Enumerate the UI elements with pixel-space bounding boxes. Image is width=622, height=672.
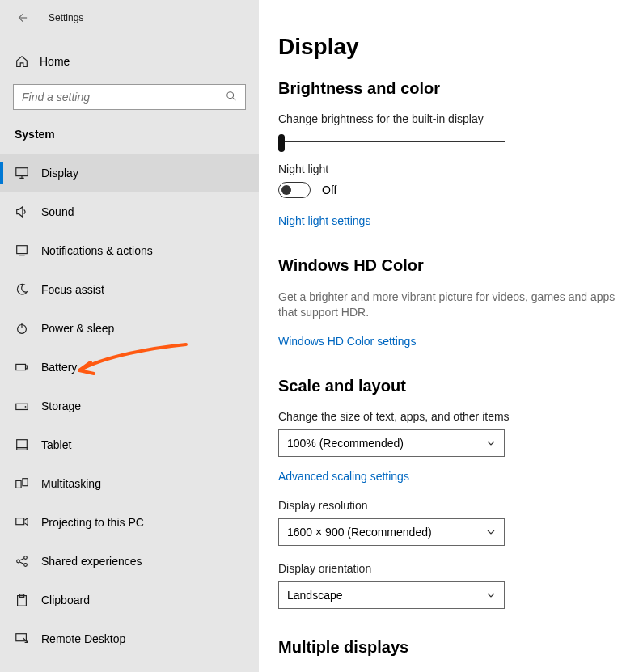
sidebar-item-storage[interactable]: Storage <box>0 387 259 425</box>
hd-settings-link[interactable]: Windows HD Color settings <box>278 335 416 348</box>
toggle-knob <box>281 185 291 195</box>
sidebar-item-tablet[interactable]: Tablet <box>0 425 259 464</box>
home-icon <box>14 54 30 69</box>
sidebar-item-label: Clipboard <box>41 594 90 606</box>
sidebar-item-label: Storage <box>41 399 81 412</box>
section-scale: Scale and layout <box>278 377 622 395</box>
sidebar-item-home[interactable]: Home <box>0 44 259 79</box>
header-row: Settings <box>0 6 259 29</box>
content-pane: Display Brightness and color Change brig… <box>259 0 622 672</box>
sidebar-section-label: System <box>0 110 259 146</box>
orientation-dropdown[interactable]: Landscape <box>278 581 505 609</box>
sidebar-item-label: Tablet <box>41 438 71 451</box>
search-icon <box>226 91 237 104</box>
sidebar-item-display[interactable]: Display <box>0 154 259 192</box>
svg-rect-2 <box>17 246 28 254</box>
chevron-down-icon <box>486 527 496 537</box>
page-title: Display <box>278 34 622 60</box>
svg-point-12 <box>17 560 20 563</box>
section-multiple-displays: Multiple displays <box>278 638 622 657</box>
power-icon <box>14 320 30 336</box>
share-icon <box>14 553 30 569</box>
chevron-down-icon <box>486 590 496 600</box>
orientation-value: Landscape <box>287 589 343 602</box>
multitask-icon <box>14 475 30 492</box>
svg-rect-9 <box>16 480 21 488</box>
remote-icon <box>14 631 30 647</box>
sidebar-item-notifications[interactable]: Notifications & actions <box>0 231 259 270</box>
monitor-icon <box>14 165 30 181</box>
svg-point-13 <box>24 556 28 560</box>
text-size-label: Change the size of text, apps, and other… <box>278 410 622 423</box>
resolution-dropdown[interactable]: 1600 × 900 (Recommended) <box>278 518 505 546</box>
section-brightness: Brightness and color <box>278 79 622 98</box>
sidebar-item-label: Display <box>41 167 78 180</box>
night-light-settings-link[interactable]: Night light settings <box>278 214 370 227</box>
night-light-toggle[interactable] <box>278 182 311 198</box>
search-input[interactable] <box>22 91 226 104</box>
sidebar-item-label: Battery <box>41 361 77 374</box>
text-size-value: 100% (Recommended) <box>287 437 404 450</box>
sidebar-item-label: Projecting to this PC <box>41 516 144 529</box>
bell-icon <box>14 243 30 259</box>
sidebar: Settings Home System DisplaySoundNotific… <box>0 0 259 672</box>
speaker-icon <box>14 204 30 220</box>
svg-rect-1 <box>16 168 28 176</box>
night-light-state: Off <box>322 184 336 197</box>
tablet-icon <box>14 437 30 453</box>
moon-icon <box>14 281 30 298</box>
sidebar-item-label: Power & sleep <box>41 322 114 335</box>
sidebar-item-label: Sound <box>41 205 74 218</box>
back-arrow-icon[interactable] <box>15 11 29 25</box>
text-size-dropdown[interactable]: 100% (Recommended) <box>278 429 505 457</box>
slider-thumb[interactable] <box>278 134 285 152</box>
clipboard-icon <box>14 592 30 608</box>
orientation-label: Display orientation <box>278 562 622 575</box>
sidebar-item-clipboard[interactable]: Clipboard <box>0 581 259 619</box>
sidebar-item-label: Notifications & actions <box>41 244 153 257</box>
drive-icon <box>14 398 30 414</box>
svg-rect-7 <box>17 440 28 448</box>
resolution-value: 1600 × 900 (Recommended) <box>287 526 432 539</box>
nav-list: DisplaySoundNotifications & actionsFocus… <box>0 154 259 658</box>
svg-rect-11 <box>16 518 24 525</box>
sidebar-item-label: Shared experiences <box>41 555 142 568</box>
resolution-label: Display resolution <box>278 499 622 512</box>
search-wrap <box>0 84 259 110</box>
night-light-label: Night light <box>278 163 622 175</box>
sidebar-item-label: Remote Desktop <box>41 632 125 645</box>
sidebar-item-focus[interactable]: Focus assist <box>0 270 259 309</box>
svg-rect-4 <box>16 364 26 370</box>
sidebar-item-shared[interactable]: Shared experiences <box>0 542 259 581</box>
search-box[interactable] <box>13 84 246 110</box>
svg-rect-10 <box>23 479 28 486</box>
project-icon <box>14 514 30 530</box>
sidebar-item-label: Multitasking <box>41 477 101 490</box>
advanced-scaling-link[interactable]: Advanced scaling settings <box>278 470 409 483</box>
sidebar-item-battery[interactable]: Battery <box>0 348 259 387</box>
svg-rect-8 <box>17 448 28 450</box>
slider-track <box>278 141 505 142</box>
sidebar-item-power[interactable]: Power & sleep <box>0 309 259 348</box>
app-title: Settings <box>49 12 83 23</box>
hd-desc: Get a brighter and more vibrant picture … <box>278 290 622 320</box>
svg-point-6 <box>25 406 27 408</box>
sidebar-item-label: Focus assist <box>41 283 104 296</box>
svg-point-14 <box>24 564 28 567</box>
chevron-down-icon <box>486 438 496 448</box>
section-hd: Windows HD Color <box>278 256 622 275</box>
brightness-slider[interactable] <box>278 132 505 151</box>
brightness-label: Change brightness for the built-in displ… <box>278 112 622 125</box>
sidebar-item-multitasking[interactable]: Multitasking <box>0 464 259 503</box>
sidebar-item-remote[interactable]: Remote Desktop <box>0 619 259 658</box>
svg-point-0 <box>227 91 234 98</box>
home-label: Home <box>40 55 70 68</box>
sidebar-item-sound[interactable]: Sound <box>0 192 259 231</box>
battery-icon <box>14 359 30 375</box>
sidebar-item-projecting[interactable]: Projecting to this PC <box>0 503 259 542</box>
